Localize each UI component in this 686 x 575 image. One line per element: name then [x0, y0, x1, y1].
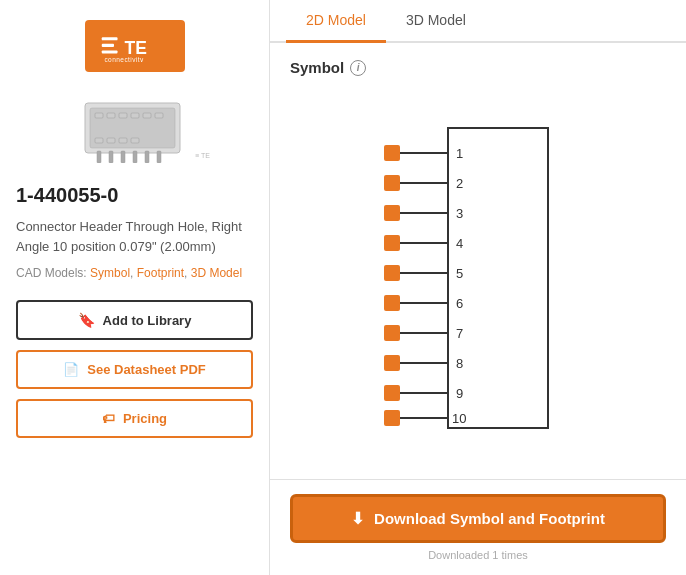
svg-rect-21 [145, 151, 149, 163]
svg-rect-54 [384, 410, 400, 426]
te-logo-svg: TE connectivity [100, 30, 170, 62]
symbol-label: Symbol [290, 59, 344, 76]
svg-rect-22 [157, 151, 161, 163]
datasheet-icon: 📄 [63, 362, 79, 377]
svg-rect-42 [384, 235, 400, 251]
svg-rect-17 [97, 151, 101, 163]
part-description: Connector Header Through Hole, Right Ang… [16, 217, 253, 256]
see-datasheet-label: See Datasheet PDF [87, 362, 206, 377]
pricing-label: Pricing [123, 411, 167, 426]
svg-rect-18 [109, 151, 113, 163]
svg-text:4: 4 [456, 236, 463, 251]
svg-rect-2 [101, 50, 117, 53]
tab-2d-model[interactable]: 2D Model [286, 0, 386, 43]
add-to-library-label: Add to Library [103, 313, 192, 328]
download-label: Download Symbol and Footprint [374, 510, 605, 527]
product-image-svg: ≡ TE [55, 93, 215, 163]
download-icon: ⬇ [351, 509, 364, 528]
svg-rect-38 [384, 175, 400, 191]
svg-rect-36 [384, 145, 400, 161]
downloaded-text: Downloaded 1 times [428, 549, 528, 561]
svg-text:connectivity: connectivity [104, 56, 144, 62]
pricing-button[interactable]: 🏷 Pricing [16, 399, 253, 438]
cad-symbol-link[interactable]: Symbol [90, 266, 130, 280]
svg-rect-12 [155, 113, 163, 118]
svg-rect-13 [95, 138, 103, 143]
svg-rect-40 [384, 205, 400, 221]
svg-rect-19 [121, 151, 125, 163]
svg-text:9: 9 [456, 386, 463, 401]
svg-rect-15 [119, 138, 127, 143]
svg-rect-14 [107, 138, 115, 143]
svg-rect-7 [95, 113, 103, 118]
svg-text:7: 7 [456, 326, 463, 341]
tabs: 2D Model 3D Model [270, 0, 686, 43]
cad-footprint-link[interactable]: Footprint [137, 266, 184, 280]
svg-rect-11 [143, 113, 151, 118]
svg-rect-16 [131, 138, 139, 143]
svg-rect-46 [384, 295, 400, 311]
symbol-diagram: 1 2 3 4 5 6 7 8 9 10 [290, 92, 666, 463]
svg-text:8: 8 [456, 356, 463, 371]
product-image: ≡ TE [55, 88, 215, 168]
tab-3d-model[interactable]: 3D Model [386, 0, 486, 43]
svg-text:3: 3 [456, 206, 463, 221]
svg-rect-1 [101, 44, 113, 47]
svg-rect-48 [384, 325, 400, 341]
left-panel: TE connectivity [0, 0, 270, 575]
download-symbol-footprint-button[interactable]: ⬇ Download Symbol and Footprint [290, 494, 666, 543]
te-logo: TE connectivity [85, 20, 185, 72]
svg-rect-10 [131, 113, 139, 118]
see-datasheet-button[interactable]: 📄 See Datasheet PDF [16, 350, 253, 389]
svg-text:≡ TE: ≡ TE [195, 152, 210, 159]
svg-rect-20 [133, 151, 137, 163]
add-to-library-button[interactable]: 🔖 Add to Library [16, 300, 253, 340]
svg-text:1: 1 [456, 146, 463, 161]
svg-text:6: 6 [456, 296, 463, 311]
cad-3dmodel-link[interactable]: 3D Model [191, 266, 242, 280]
svg-rect-50 [384, 355, 400, 371]
svg-rect-0 [101, 37, 117, 40]
symbol-svg: 1 2 3 4 5 6 7 8 9 10 [348, 108, 608, 448]
right-panel: 2D Model 3D Model Symbol i 1 2 3 4 5 [270, 0, 686, 575]
download-bar: ⬇ Download Symbol and Footprint Download… [270, 479, 686, 575]
svg-text:2: 2 [456, 176, 463, 191]
svg-text:TE: TE [124, 38, 146, 58]
svg-rect-44 [384, 265, 400, 281]
svg-text:5: 5 [456, 266, 463, 281]
svg-rect-9 [119, 113, 127, 118]
symbol-header: Symbol i [290, 59, 666, 76]
svg-text:10: 10 [452, 411, 466, 426]
svg-rect-8 [107, 113, 115, 118]
cad-models: CAD Models: Symbol, Footprint, 3D Model [16, 266, 253, 280]
part-number: 1-440055-0 [16, 184, 253, 207]
pricing-icon: 🏷 [102, 411, 115, 426]
symbol-section: Symbol i 1 2 3 4 5 6 7 8 9 [270, 43, 686, 479]
cad-label: CAD Models: [16, 266, 87, 280]
info-icon[interactable]: i [350, 60, 366, 76]
svg-rect-52 [384, 385, 400, 401]
library-icon: 🔖 [78, 312, 95, 328]
